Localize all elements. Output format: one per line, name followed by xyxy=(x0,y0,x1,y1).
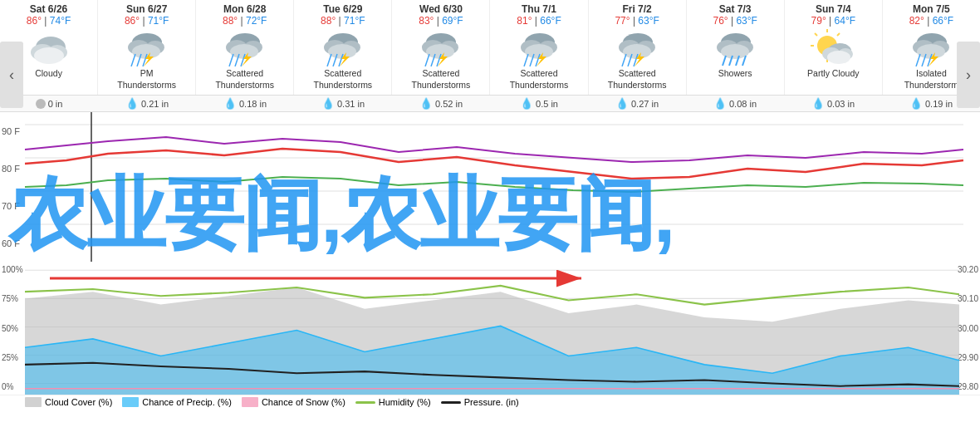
temp-low: 72°F xyxy=(246,15,267,27)
temp-high: 83° xyxy=(419,15,434,27)
bottom-y-labels-left: 100%75%50%25%0% xyxy=(2,262,23,395)
day-name: Sun 6/27 xyxy=(126,3,167,15)
temp-low: 64°F xyxy=(835,15,855,27)
nav-right-arrow[interactable]: › xyxy=(957,42,980,108)
day-desc: Showers xyxy=(718,68,752,91)
y-axis-label: 50% xyxy=(2,324,23,333)
legend-label: Pressure. (in) xyxy=(464,397,519,407)
day-desc: ScatteredThunderstorms xyxy=(412,68,471,91)
y-axis-label: 30.20 xyxy=(958,265,978,274)
precip-value: 0.27 in xyxy=(631,99,659,109)
legend-item: Chance of Snow (%) xyxy=(242,397,345,407)
y-axis-label: 29.90 xyxy=(958,353,978,362)
day-column: Sun 7/4 79° | 64°F Partly Cloudy xyxy=(785,0,883,95)
temp-high: 86° xyxy=(125,15,140,27)
svg-point-70 xyxy=(827,51,850,64)
temp-high: 88° xyxy=(321,15,336,27)
day-name: Mon 7/5 xyxy=(913,3,950,15)
temp-low: 63°F xyxy=(736,15,757,27)
temperature-chart: 90 F80 F70 F60 F Dew Point (°) Feels Lik… xyxy=(0,112,980,262)
day-desc: ScatteredThunderstorms xyxy=(608,68,667,91)
temp-low: 74°F xyxy=(50,15,71,27)
zero-precip-icon xyxy=(36,99,46,109)
weather-icon xyxy=(612,27,662,68)
legend-label: Humidity (%) xyxy=(379,397,431,407)
day-desc: IsolatedThunderstorm xyxy=(904,68,958,91)
legend-line xyxy=(441,401,461,404)
y-axis-label: 30.10 xyxy=(958,294,978,303)
svg-line-16 xyxy=(229,54,233,66)
legend-line xyxy=(355,401,375,404)
day-name: Mon 6/28 xyxy=(223,3,266,15)
day-name: Fri 7/2 xyxy=(622,3,651,15)
precip-col: 💧0.27 in xyxy=(588,96,686,111)
y-axis-label: 0% xyxy=(2,382,23,391)
legend-swatch xyxy=(122,397,139,407)
svg-line-65 xyxy=(815,33,817,36)
day-column: Fri 7/2 77° | 63°F ScatteredThunderstorm… xyxy=(589,0,687,95)
precip-value: 0.08 in xyxy=(729,99,757,109)
legend-item: Cloud Cover (%) xyxy=(25,397,112,407)
svg-line-32 xyxy=(425,54,429,66)
bottom-chart-svg xyxy=(25,262,959,395)
rain-drop-icon: 💧 xyxy=(125,97,139,110)
day-column: Thu 7/1 81° | 66°F ScatteredThunderstorm… xyxy=(490,0,588,95)
weather-icon xyxy=(416,27,466,68)
day-name: Thu 7/1 xyxy=(522,3,556,15)
weather-icon xyxy=(808,27,858,68)
precip-col: 💧0.31 in xyxy=(294,96,392,111)
precip-col: 💧0.21 in xyxy=(98,96,196,111)
y-axis-label: 75% xyxy=(2,294,23,303)
temp-low: 71°F xyxy=(148,15,169,27)
day-desc: PMThunderstorms xyxy=(117,68,176,91)
legend-item: Humidity (%) xyxy=(355,397,431,407)
precip-col: 💧0.03 in xyxy=(784,96,882,111)
precip-value: 0.03 in xyxy=(827,99,855,109)
temp-high: 77° xyxy=(615,15,630,27)
day-column: Wed 6/30 83° | 69°F ScatteredThunderstor… xyxy=(392,0,490,95)
day-name: Tue 6/29 xyxy=(323,3,362,15)
legend-swatch xyxy=(242,397,258,407)
rain-drop-icon: 💧 xyxy=(223,97,237,110)
precip-col: 💧0.5 in xyxy=(490,96,588,111)
temp-low: 63°F xyxy=(638,15,659,27)
bottom-legend: Cloud Cover (%)Chance of Precip. (%)Chan… xyxy=(0,395,980,409)
nav-left-arrow[interactable]: ‹ xyxy=(0,42,23,108)
precip-value: 0.5 in xyxy=(536,99,558,109)
temp-low: 69°F xyxy=(442,15,463,27)
temp-high: 81° xyxy=(517,15,532,27)
day-column: Mon 6/28 88° | 72°F ScatteredThunderstor… xyxy=(196,0,294,95)
svg-line-8 xyxy=(131,54,135,66)
temp-high: 76° xyxy=(713,15,728,27)
temp-high: 79° xyxy=(811,15,826,27)
day-desc: ScatteredThunderstorms xyxy=(215,68,274,91)
precip-value: 0 in xyxy=(48,99,63,109)
rain-drop-icon: 💧 xyxy=(419,97,433,110)
weather-icon xyxy=(24,27,74,68)
temp-low: 66°F xyxy=(540,15,561,27)
legend-label: Chance of Snow (%) xyxy=(262,397,345,407)
temp-chart-svg xyxy=(0,112,980,262)
temp-high: 88° xyxy=(223,15,238,27)
y-axis-label: 30.00 xyxy=(958,324,978,333)
temp-high: 86° xyxy=(27,15,42,27)
bottom-chart: 100%75%50%25%0% 30.2030.1030.0029.9029.8… xyxy=(0,262,980,395)
rain-drop-icon: 💧 xyxy=(615,97,629,110)
day-desc: Partly Cloudy xyxy=(807,68,859,91)
svg-line-56 xyxy=(723,56,726,66)
weather-icon xyxy=(122,27,172,68)
temp-low: 66°F xyxy=(933,15,953,27)
precip-value: 0.21 in xyxy=(141,99,169,109)
day-name: Sat 7/3 xyxy=(719,3,752,15)
day-desc: ScatteredThunderstorms xyxy=(314,68,373,91)
svg-point-3 xyxy=(34,47,64,64)
precip-col: 💧0.08 in xyxy=(686,96,784,111)
rain-drop-icon: 💧 xyxy=(909,97,923,110)
y-axis-label: 100% xyxy=(2,265,23,274)
precip-row: 0 in💧0.21 in💧0.18 in💧0.31 in💧0.52 in💧0.5… xyxy=(0,96,980,112)
precip-value: 0.31 in xyxy=(337,99,365,109)
y-axis-label: 25% xyxy=(2,353,23,362)
day-column: Tue 6/29 88° | 71°F ScatteredThunderstor… xyxy=(294,0,392,95)
precip-value: 0.18 in xyxy=(239,99,267,109)
svg-line-24 xyxy=(327,54,331,66)
